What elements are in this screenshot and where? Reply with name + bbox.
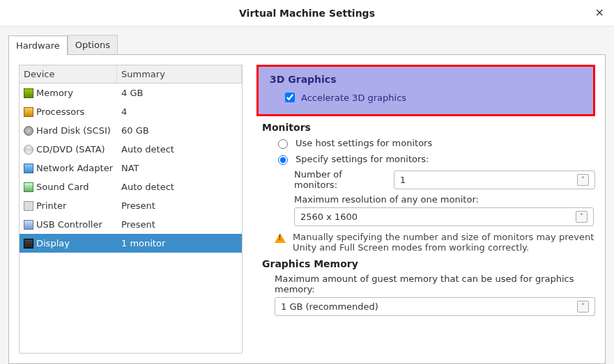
warning-icon (275, 233, 286, 243)
table-row-sound[interactable]: Sound Card Auto detect (20, 177, 242, 196)
specify-row[interactable]: Specify settings for monitors: (275, 153, 595, 165)
table-row-printer[interactable]: Printer Present (20, 196, 242, 215)
graphics-memory-title: Graphics Memory (262, 258, 595, 269)
table-row-display[interactable]: Display 1 monitor (20, 234, 242, 253)
cpu-icon (24, 107, 33, 117)
table-row-harddisk[interactable]: Hard Disk (SCSI) 60 GB (20, 121, 242, 140)
specify-label: Specify settings for monitors: (296, 154, 429, 164)
table-row-memory[interactable]: Memory 4 GB (20, 84, 242, 102)
table-row-usb[interactable]: USB Controller Present (20, 215, 242, 234)
right-panel: 3D Graphics Accelerate 3D graphics Monit… (243, 65, 595, 354)
num-monitors-label: Number of monitors: (294, 169, 388, 190)
maxres-label: Maximum resolution of any one monitor: (294, 194, 479, 205)
sound-icon (24, 182, 33, 192)
printer-icon (24, 201, 33, 211)
device-table: Device Summary Memory 4 GB Processors 4 … (19, 65, 243, 354)
display-icon (24, 239, 33, 248)
chevron-down-icon: ˅ (577, 174, 589, 186)
tabs: Hardware Options (0, 26, 614, 54)
use-host-radio[interactable] (278, 139, 288, 149)
tab-hardware[interactable]: Hardware (8, 35, 68, 55)
tab-options[interactable]: Options (68, 35, 118, 54)
table-header: Device Summary (20, 65, 242, 84)
num-monitors-row: Number of monitors: 1 ˅ (294, 169, 595, 190)
header-device[interactable]: Device (20, 65, 117, 83)
specify-radio[interactable] (278, 155, 288, 165)
3d-graphics-section: 3D Graphics Accelerate 3D graphics (256, 65, 595, 116)
header-summary[interactable]: Summary (117, 65, 242, 83)
usb-icon (24, 220, 33, 230)
maxres-row: Maximum resolution of any one monitor: 2… (294, 194, 595, 226)
chevron-down-icon: ˅ (576, 211, 588, 223)
cd-icon (24, 145, 33, 155)
3d-graphics-title: 3D Graphics (270, 74, 582, 85)
window-title: Virtual Machine Settings (239, 8, 375, 19)
use-host-row[interactable]: Use host settings for monitors (275, 137, 595, 149)
graphics-memory-dropdown[interactable]: 1 GB (recommended) ˅ (275, 297, 595, 316)
graphics-memory-value: 1 GB (recommended) (281, 301, 378, 312)
tab-body: Device Summary Memory 4 GB Processors 4 … (8, 54, 606, 364)
use-host-label: Use host settings for monitors (296, 138, 432, 148)
chevron-down-icon: ˅ (577, 301, 589, 312)
maxres-value: 2560 x 1600 (300, 212, 358, 222)
close-icon[interactable]: × (595, 6, 604, 19)
accelerate-3d-checkbox[interactable] (285, 93, 295, 102)
table-row-network[interactable]: Network Adapter NAT (20, 159, 242, 177)
table-row-processors[interactable]: Processors 4 (20, 102, 242, 121)
monitor-warning-text: Manually specifying the number and size … (293, 232, 595, 253)
maxres-dropdown[interactable]: 2560 x 1600 ˅ (294, 207, 594, 226)
graphics-memory-section: Graphics Memory Maximum amount of guest … (262, 258, 595, 316)
hdd-icon (24, 126, 33, 136)
memory-icon (24, 88, 33, 98)
monitor-warning: Manually specifying the number and size … (275, 232, 595, 253)
table-row-cddvd[interactable]: CD/DVD (SATA) Auto detect (20, 140, 242, 159)
network-icon (24, 164, 33, 173)
num-monitors-dropdown[interactable]: 1 ˅ (394, 171, 595, 189)
monitors-title: Monitors (262, 122, 595, 133)
accelerate-3d-label: Accelerate 3D graphics (301, 93, 406, 103)
monitors-section: Monitors Use host settings for monitors … (262, 122, 595, 253)
graphics-memory-label: Maximum amount of guest memory that can … (275, 274, 595, 294)
accelerate-3d-row[interactable]: Accelerate 3D graphics (282, 90, 582, 104)
titlebar: Virtual Machine Settings × (0, 0, 614, 26)
num-monitors-value: 1 (400, 175, 406, 185)
